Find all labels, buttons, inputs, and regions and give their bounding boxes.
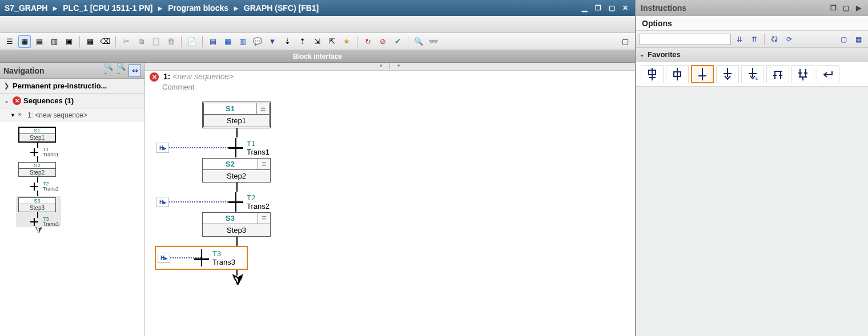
nav-sequences-row[interactable]: ⌄ ✕ Sequences (1) [0, 94, 144, 108]
fav-jump-icon[interactable]: s [741, 65, 764, 83]
tool-btn-2[interactable]: ▦ [18, 35, 31, 48]
tool-btn-16[interactable]: 💬 [251, 35, 264, 48]
nav-sequence-item[interactable]: ▼ ✕ 1: <new sequence> [0, 108, 144, 122]
mini-step[interactable]: S1 Step1 [18, 127, 56, 143]
toolbar-sep [79, 36, 80, 47]
fav-sequence-end-icon[interactable] [716, 65, 739, 83]
view-button-2[interactable]: ▦ [852, 33, 865, 46]
fav-step-transition-icon[interactable] [641, 65, 664, 83]
transition-block[interactable]: H▸ T1Trans1 [156, 137, 635, 158]
tab-strip[interactable]: ▾│▾ [145, 63, 635, 71]
zoom-out-button[interactable]: 🔍⁻ [116, 64, 128, 77]
options-label[interactable]: Options [636, 16, 868, 31]
error-icon: ✕ [150, 72, 159, 82]
search-input[interactable] [640, 34, 731, 45]
step-actions-icon[interactable]: ☰ [256, 103, 269, 114]
sequence-comment[interactable]: Comment [145, 83, 635, 102]
fav-alt-branch-close-icon[interactable] [791, 65, 814, 83]
tool-btn-7[interactable]: ⌫ [99, 35, 111, 48]
tool-btn-26[interactable]: 🔍 [412, 35, 425, 48]
close-button[interactable]: ✕ [620, 3, 630, 13]
error-icon: ✕ [18, 112, 25, 119]
step-block[interactable]: S1☰ Step1 [202, 102, 271, 128]
mini-transition[interactable]: T2Trans2 [34, 183, 144, 191]
fit-button[interactable]: ⇔ [128, 64, 141, 77]
fav-step-icon[interactable] [666, 65, 689, 83]
tool-btn-21[interactable]: ⇱ [326, 35, 338, 48]
tool-btn-view[interactable]: ▢ [619, 35, 632, 48]
breadcrumb-part: S7_GRAPH [5, 3, 47, 13]
collapse-icon[interactable]: ⌄ [640, 51, 644, 58]
nav-row-label: Sequences (1) [23, 96, 142, 105]
restore-button[interactable]: ❐ [593, 3, 603, 13]
titlebar: S7_GRAPH ▸ PLC_1 [CPU 1511-1 PN] ▸ Progr… [0, 0, 635, 16]
selected-transition[interactable]: H▸ T3Trans3 [155, 246, 248, 270]
tool-btn-15[interactable]: ▥ [236, 35, 249, 48]
tool-btn-5[interactable]: ▣ [63, 35, 75, 48]
favorites-header[interactable]: ⌄ Favorites [636, 48, 868, 62]
maximize-button[interactable]: ▢ [606, 3, 617, 13]
sequence-header[interactable]: ✕ 1: <new sequence> [145, 71, 635, 83]
sequence-name-placeholder[interactable]: <new sequence> [172, 72, 234, 81]
block-interface-bar[interactable]: Block interface [0, 50, 635, 63]
tool-btn-cut[interactable]: ✂ [120, 35, 132, 48]
tool-btn-4[interactable]: ▥ [48, 35, 61, 48]
mini-transition[interactable]: T3Trans3 [34, 218, 59, 226]
step-block[interactable]: S2☰ Step2 [202, 158, 271, 183]
tool-btn-6[interactable]: ▦ [84, 35, 97, 48]
step-block[interactable]: S3☰ Step3 [202, 212, 271, 237]
breadcrumb-sep: ▸ [158, 3, 162, 13]
tool-btn-22[interactable]: ★ [340, 35, 353, 48]
mini-step[interactable]: S2 Step2 [18, 162, 56, 177]
instructions-toolbar: ⇊ ⇈ 🗘 ⟳ ▢ ▦ [636, 31, 868, 48]
sort-asc-button[interactable]: ⇊ [733, 33, 746, 46]
view-button-1[interactable]: ▢ [837, 33, 850, 46]
fav-alt-branch-open-icon[interactable] [766, 65, 789, 83]
mini-transition[interactable]: T1Trans1 [34, 148, 144, 156]
nav-overview-canvas[interactable]: S1 Step1 T1Trans1 S2 Step2 T2Trans2 [0, 122, 144, 336]
navigation-panel: Navigation 🔍⁺ 🔍⁻ ⇔ ❯ Permanent pre-instr… [0, 63, 145, 336]
editor-pane: S7_GRAPH ▸ PLC_1 [CPU 1511-1 PN] ▸ Progr… [0, 0, 636, 336]
expand-icon[interactable]: ❯ [2, 82, 10, 90]
collapse-icon[interactable]: ⌄ [2, 97, 10, 104]
tool-btn-copy[interactable]: ⧉ [135, 35, 147, 48]
sort-desc-button[interactable]: ⇈ [748, 33, 761, 46]
tool-btn-23[interactable]: ↻ [361, 35, 374, 48]
hb-icon[interactable]: H▸ [156, 197, 169, 207]
tool-btn-14[interactable]: ▦ [222, 35, 234, 48]
transition-block[interactable]: H▸ T2Trans2 [156, 192, 635, 212]
tool-btn-3[interactable]: ▤ [33, 35, 46, 48]
step-actions-icon[interactable]: ☰ [258, 213, 270, 224]
refresh-button[interactable]: 🗘 [768, 33, 781, 46]
toolbar-sep [181, 36, 182, 47]
tool-btn-19[interactable]: ⇡ [296, 35, 308, 48]
toolbar-sep [357, 36, 357, 47]
hb-icon[interactable]: H▸ [158, 253, 170, 263]
tool-btn-del[interactable]: 🗑 [164, 35, 177, 48]
tool-btn-17[interactable]: ▼ [266, 35, 279, 48]
step-actions-icon[interactable]: ☰ [258, 159, 270, 169]
tool-btn-13[interactable]: ▤ [207, 35, 219, 48]
tool-btn-1[interactable]: ☰ [3, 35, 16, 48]
minimize-button[interactable]: ▁ [579, 3, 589, 13]
nav-row-label: Permanent pre-instructio... [13, 82, 142, 90]
mini-step[interactable]: S3 Step3 [18, 197, 56, 212]
hb-icon[interactable]: H▸ [156, 143, 169, 153]
pane-pin-button[interactable]: ▢ [841, 3, 851, 13]
tool-btn-paste[interactable]: 📋 [150, 35, 162, 48]
tool-btn-27[interactable]: 👓 [427, 35, 440, 48]
tool-btn-12[interactable]: 📄 [186, 35, 198, 48]
zoom-in-button[interactable]: 🔍⁺ [103, 64, 116, 77]
sequence-body[interactable]: S1☰ Step1 H▸ T1Trans1 S2☰ Step2 [145, 102, 635, 285]
toolbar-sep [115, 36, 116, 47]
nav-pre-instructions-row[interactable]: ❯ Permanent pre-instructio... [0, 79, 144, 94]
tool-btn-18[interactable]: ⇣ [281, 35, 294, 48]
pane-restore-button[interactable]: ❐ [828, 3, 838, 13]
tool-btn-24[interactable]: ⊘ [376, 35, 389, 48]
fav-newline-icon[interactable] [817, 65, 839, 83]
pane-collapse-button[interactable]: ▶ [853, 3, 863, 13]
sync-button[interactable]: ⟳ [783, 33, 795, 46]
fav-transition-icon[interactable] [691, 65, 714, 83]
tool-btn-25[interactable]: ✔ [391, 35, 404, 48]
tool-btn-20[interactable]: ⇲ [311, 35, 323, 48]
